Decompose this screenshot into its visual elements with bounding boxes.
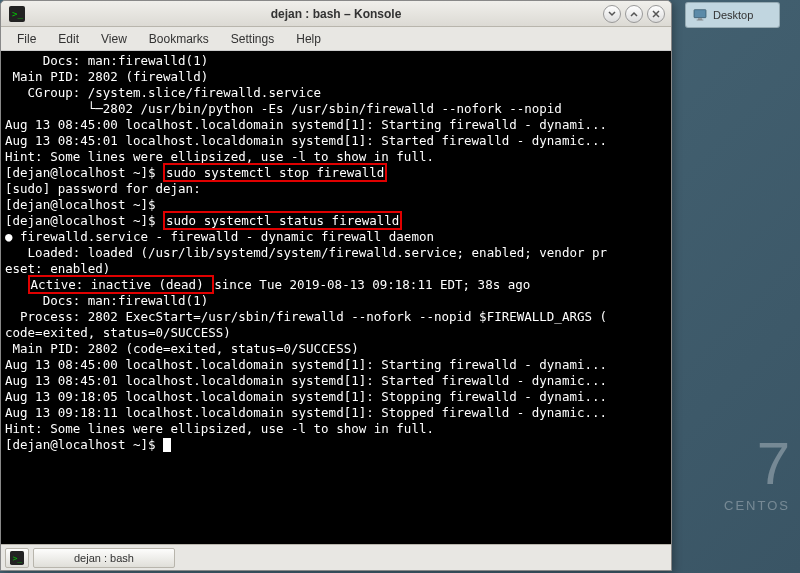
prompt: [dejan@localhost ~]$ (5, 165, 163, 180)
svg-rect-1 (698, 18, 702, 19)
output-line: Docs: man:firewalld(1) (5, 293, 667, 309)
menu-view[interactable]: View (91, 29, 137, 49)
output-line: └─2802 /usr/bin/python -Es /usr/sbin/fir… (5, 101, 667, 117)
output-line: Main PID: 2802 (code=exited, status=0/SU… (5, 341, 667, 357)
output-text: since Tue 2019-08-13 09:18:11 EDT; 38s a… (214, 277, 530, 292)
titlebar[interactable]: >_ dejan : bash – Konsole (1, 1, 671, 27)
terminal-icon: >_ (9, 6, 25, 22)
menubar: File Edit View Bookmarks Settings Help (1, 27, 671, 51)
output-line: Aug 13 09:18:05 localhost.localdomain sy… (5, 389, 667, 405)
output-line: Aug 13 08:45:00 localhost.localdomain sy… (5, 117, 667, 133)
output-line: Main PID: 2802 (firewalld) (5, 69, 667, 85)
output-line: [sudo] password for dejan: (5, 181, 667, 197)
output-line: CGroup: /system.slice/firewalld.service (5, 85, 667, 101)
terminal-output[interactable]: Docs: man:firewalld(1) Main PID: 2802 (f… (1, 51, 671, 544)
minimize-button[interactable] (603, 5, 621, 23)
maximize-button[interactable] (625, 5, 643, 23)
output-line: Process: 2802 ExecStart=/usr/sbin/firewa… (5, 309, 667, 325)
output-line: Hint: Some lines were ellipsized, use -l… (5, 421, 667, 437)
menu-settings[interactable]: Settings (221, 29, 284, 49)
svg-rect-2 (697, 20, 704, 21)
monitor-icon (692, 7, 708, 23)
svg-text:>_: >_ (13, 553, 23, 562)
output-line: Aug 13 08:45:01 localhost.localdomain sy… (5, 373, 667, 389)
highlighted-command-stop: sudo systemctl stop firewalld (163, 163, 387, 182)
svg-text:>_: >_ (12, 9, 23, 19)
watermark-text: CENTOS (724, 498, 790, 513)
menu-edit[interactable]: Edit (48, 29, 89, 49)
output-line: Loaded: loaded (/usr/lib/systemd/system/… (5, 245, 667, 261)
cursor (163, 438, 171, 452)
output-line: code=exited, status=0/SUCCESS) (5, 325, 667, 341)
output-line: Aug 13 09:18:11 localhost.localdomain sy… (5, 405, 667, 421)
output-line: Aug 13 08:45:01 localhost.localdomain sy… (5, 133, 667, 149)
tab-session[interactable]: dejan : bash (33, 548, 175, 568)
output-line: Aug 13 08:45:00 localhost.localdomain sy… (5, 357, 667, 373)
prompt: [dejan@localhost ~]$ (5, 437, 163, 452)
prompt: [dejan@localhost ~]$ (5, 213, 163, 228)
desktop-shortcut-label: Desktop (713, 9, 753, 21)
new-tab-button[interactable]: >_ (5, 548, 29, 568)
menu-bookmarks[interactable]: Bookmarks (139, 29, 219, 49)
svg-rect-0 (694, 10, 706, 18)
output-line: Docs: man:firewalld(1) (5, 53, 667, 69)
tabbar: >_ dejan : bash (1, 544, 671, 570)
konsole-window: >_ dejan : bash – Konsole File Edit View… (0, 0, 672, 571)
highlighted-command-status: sudo systemctl status firewalld (163, 211, 402, 230)
output-line: ● firewalld.service - firewalld - dynami… (5, 229, 667, 245)
close-button[interactable] (647, 5, 665, 23)
new-tab-icon: >_ (10, 551, 24, 565)
highlighted-active-status: Active: inactive (dead) (28, 275, 215, 294)
menu-help[interactable]: Help (286, 29, 331, 49)
watermark-number: 7 (724, 429, 790, 498)
desktop-watermark: 7 CENTOS (724, 429, 790, 513)
window-title: dejan : bash – Konsole (1, 7, 671, 21)
desktop-shortcut[interactable]: Desktop (685, 2, 780, 28)
menu-file[interactable]: File (7, 29, 46, 49)
